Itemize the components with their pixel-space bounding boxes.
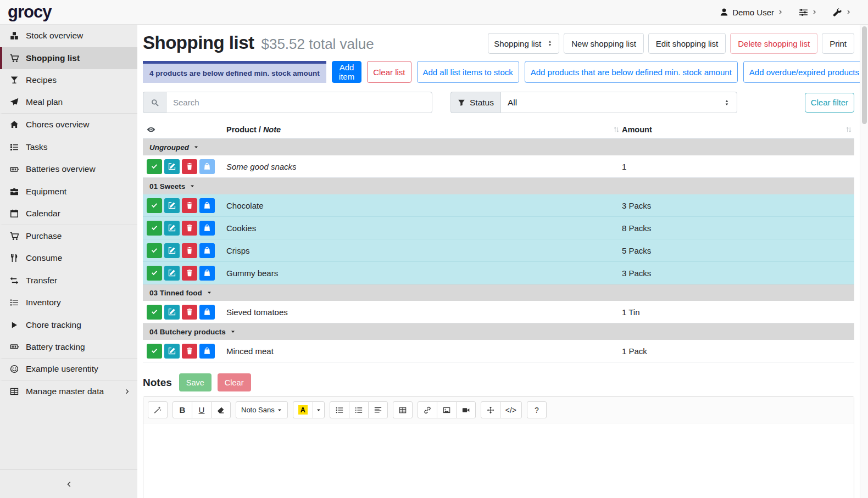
sidebar-item-meal-plan[interactable]: Meal plan: [0, 92, 137, 114]
notes-editor-area[interactable]: [143, 423, 854, 498]
sidebar-item-example-userentity[interactable]: Example userentity: [0, 359, 137, 381]
sidebar-collapse-button[interactable]: [0, 469, 137, 498]
edit-item-button[interactable]: [164, 221, 180, 236]
mark-done-button[interactable]: [147, 198, 162, 213]
product-group-header[interactable]: 04 Butchery products: [143, 323, 854, 340]
insert-picture-button[interactable]: [437, 401, 457, 418]
sidebar-item-transfer[interactable]: Transfer: [0, 270, 137, 292]
sidebar-item-inventory[interactable]: Inventory: [0, 292, 137, 314]
add-to-stock-button[interactable]: [199, 266, 215, 281]
notes-save-button[interactable]: Save: [179, 373, 212, 391]
product-group-header[interactable]: Ungrouped: [143, 139, 854, 155]
add-below-min-button[interactable]: Add products that are below defined min.…: [525, 61, 738, 83]
below-min-stock-alert[interactable]: 4 products are below defined min. stock …: [143, 61, 326, 83]
sidebar-item-tasks[interactable]: Tasks: [0, 136, 137, 159]
edit-item-button[interactable]: [164, 344, 180, 359]
sidebar-item-battery-tracking[interactable]: Battery tracking: [0, 336, 137, 359]
sort-icon[interactable]: [845, 126, 852, 133]
bold-button[interactable]: B: [173, 401, 192, 418]
page-scrollbar[interactable]: [860, 25, 868, 498]
add-to-stock-button[interactable]: [199, 305, 215, 320]
add-all-to-stock-button[interactable]: Add all list items to stock: [417, 61, 519, 83]
add-to-stock-button[interactable]: [199, 221, 215, 236]
app-logo[interactable]: grocy: [8, 2, 51, 22]
settings-menu[interactable]: [799, 8, 817, 17]
delete-item-button[interactable]: [182, 221, 197, 236]
clear-filter-button[interactable]: Clear filter: [805, 93, 854, 113]
sidebar-item-recipes[interactable]: Recipes: [0, 69, 137, 92]
edit-item-button[interactable]: [164, 243, 180, 258]
sidebar-item-manage-master-data[interactable]: Manage master data: [0, 381, 137, 403]
admin-menu[interactable]: [833, 8, 852, 17]
delete-item-button[interactable]: [182, 305, 197, 320]
sidebar-item-purchase[interactable]: Purchase: [0, 225, 137, 248]
mark-done-button[interactable]: [147, 243, 162, 258]
insert-link-button[interactable]: [418, 401, 437, 418]
add-item-button[interactable]: Add item: [332, 61, 361, 83]
delete-item-button[interactable]: [182, 159, 197, 174]
sidebar-item-chore-tracking[interactable]: Chore tracking: [0, 314, 137, 337]
edit-item-button[interactable]: [164, 266, 180, 281]
shopping-list-select[interactable]: Shopping list: [488, 33, 559, 54]
add-to-stock-button[interactable]: [199, 198, 215, 213]
amount-column-header[interactable]: Amount: [622, 125, 652, 134]
delete-item-button[interactable]: [182, 243, 197, 258]
sidebar-item-shopping-list[interactable]: Shopping list: [0, 47, 137, 70]
add-to-stock-button[interactable]: [199, 159, 215, 174]
paragraph-button[interactable]: [368, 401, 388, 418]
style-magic-button[interactable]: [148, 401, 168, 418]
mark-done-button[interactable]: [147, 159, 162, 174]
sidebar-item-consume[interactable]: Consume: [0, 247, 137, 270]
editor-help-button[interactable]: ?: [527, 401, 547, 418]
insert-table-button[interactable]: [393, 401, 413, 418]
ordered-list-button[interactable]: [349, 401, 369, 418]
edit-item-button[interactable]: [164, 305, 180, 320]
add-to-stock-button[interactable]: [199, 344, 215, 359]
codeview-button[interactable]: </>: [500, 401, 522, 418]
product-group-header[interactable]: 01 Sweets: [143, 178, 854, 194]
wrench-icon: [833, 8, 842, 17]
new-shopping-list-button[interactable]: New shopping list: [564, 33, 644, 54]
sidebar-item-equipment[interactable]: Equipment: [0, 181, 137, 203]
font-family-button[interactable]: Noto Sans: [236, 401, 288, 418]
boxes-icon: [9, 31, 20, 40]
underline-button[interactable]: U: [192, 401, 212, 418]
sidebar-item-calendar[interactable]: Calendar: [0, 203, 137, 225]
mark-done-button[interactable]: [147, 266, 162, 281]
scrollbar-thumb[interactable]: [862, 26, 867, 124]
product-column-header[interactable]: Product / Note: [226, 125, 281, 134]
print-button[interactable]: Print: [822, 33, 854, 54]
user-menu[interactable]: Demo User: [720, 8, 783, 17]
utensils-icon: [9, 254, 20, 262]
sidebar-item-chores-overview[interactable]: Chores overview: [0, 114, 137, 136]
search-input[interactable]: [166, 92, 432, 113]
text-color-caret-button[interactable]: [313, 401, 325, 418]
text-color-button[interactable]: A: [293, 401, 313, 418]
product-group-header[interactable]: 03 Tinned food: [143, 284, 854, 301]
notes-clear-button[interactable]: Clear: [218, 373, 251, 391]
sort-icon[interactable]: [613, 126, 620, 133]
unordered-list-button[interactable]: [330, 401, 349, 418]
status-select[interactable]: All: [500, 92, 737, 113]
edit-item-button[interactable]: [164, 159, 180, 174]
delete-item-button[interactable]: [182, 198, 197, 213]
insert-video-button[interactable]: [456, 401, 476, 418]
clear-formatting-button[interactable]: [211, 401, 231, 418]
eye-icon[interactable]: [147, 125, 155, 134]
sidebar-item-batteries-overview[interactable]: Batteries overview: [0, 158, 137, 181]
mark-done-button[interactable]: [147, 305, 162, 320]
edit-shopping-list-button[interactable]: Edit shopping list: [648, 33, 726, 54]
delete-item-button[interactable]: [182, 266, 197, 281]
mark-done-button[interactable]: [147, 221, 162, 236]
mark-done-button[interactable]: [147, 344, 162, 359]
clear-list-button[interactable]: Clear list: [367, 61, 411, 83]
notes-editor: B U Noto Sans A </>: [143, 396, 854, 498]
sidebar-item-stock-overview[interactable]: Stock overview: [0, 25, 137, 47]
add-overdue-button[interactable]: Add overdue/expired products: [743, 61, 860, 83]
battery-icon: [9, 342, 20, 351]
add-to-stock-button[interactable]: [199, 243, 215, 258]
delete-shopping-list-button[interactable]: Delete shopping list: [730, 33, 817, 54]
delete-item-button[interactable]: [182, 344, 197, 359]
fullscreen-button[interactable]: [481, 401, 500, 418]
edit-item-button[interactable]: [164, 198, 180, 213]
